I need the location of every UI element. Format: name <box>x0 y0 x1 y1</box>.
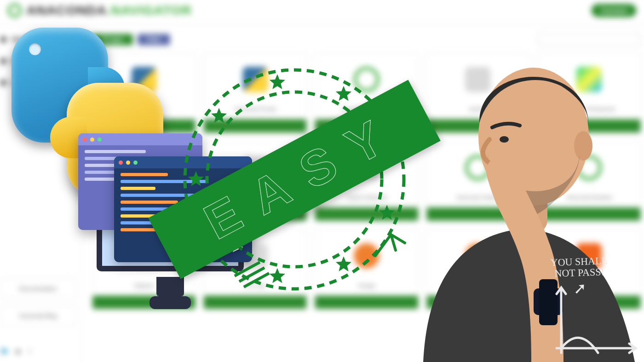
app-card[interactable]: Jupyter Notebook <box>315 140 419 221</box>
app-card[interactable]: Anaconda Notebooks <box>315 52 419 133</box>
chip-all-apps[interactable]: All apps <box>92 34 132 45</box>
app-card[interactable]: Anaconda Toolbox <box>426 140 530 221</box>
brand-word-1: ANACONDA <box>26 3 107 17</box>
brand-word-2: .NAVIGATOR <box>107 3 192 17</box>
twitter-icon[interactable]: 🐦 <box>0 347 9 356</box>
anaconda-navigator-blurred-bg: ANACONDA.NAVIGATOR Connect Home Environm… <box>0 0 644 362</box>
app-card[interactable]: VS Code <box>203 229 307 309</box>
thumbnail-canvas: ANACONDA.NAVIGATOR Connect Home Environm… <box>0 0 644 362</box>
search-input[interactable] <box>538 34 641 46</box>
sidebar-item-learning[interactable]: Learning <box>0 79 75 87</box>
chip-filter[interactable]: Filter <box>138 34 170 45</box>
sidebar-item-environments[interactable]: Environments <box>0 57 75 65</box>
anaconda-ring-icon <box>8 3 22 17</box>
sidebar-cta-docs[interactable]: Documentation <box>0 278 75 299</box>
app-card[interactable]: Datalore <box>92 229 196 309</box>
app-card[interactable]: pandas <box>426 52 530 133</box>
app-card[interactable]: Python <box>92 52 196 133</box>
anaconda-brand: ANACONDA.NAVIGATOR <box>8 3 192 18</box>
sidebar-cta-blog[interactable]: Anaconda Blog <box>0 305 75 326</box>
app-card[interactable]: JupyterLab <box>203 140 307 221</box>
app-card[interactable]: PyCharm Professional <box>537 52 641 133</box>
app-card[interactable]: Anaconda Prompt <box>203 52 307 133</box>
youtube-icon[interactable]: ▶ <box>16 347 22 356</box>
social-icons: 🐦 ▶ ♯ <box>0 347 75 356</box>
github-icon[interactable]: ♯ <box>28 347 32 356</box>
connect-button[interactable]: Connect <box>591 4 636 17</box>
sidebar: Home Environments Learning Documentation… <box>0 25 83 362</box>
app-card[interactable]: Orange <box>315 229 419 309</box>
app-card[interactable]: PyTorch <box>537 229 641 309</box>
app-card[interactable]: Glueviz <box>426 229 530 309</box>
app-card-grid: PythonAnaconda PromptAnaconda Notebooksp… <box>92 52 641 310</box>
sidebar-item-home[interactable]: Home <box>0 35 75 44</box>
app-card[interactable]: Anaconda Assistant <box>537 140 641 221</box>
app-card[interactable]: Spyder <box>92 140 196 221</box>
